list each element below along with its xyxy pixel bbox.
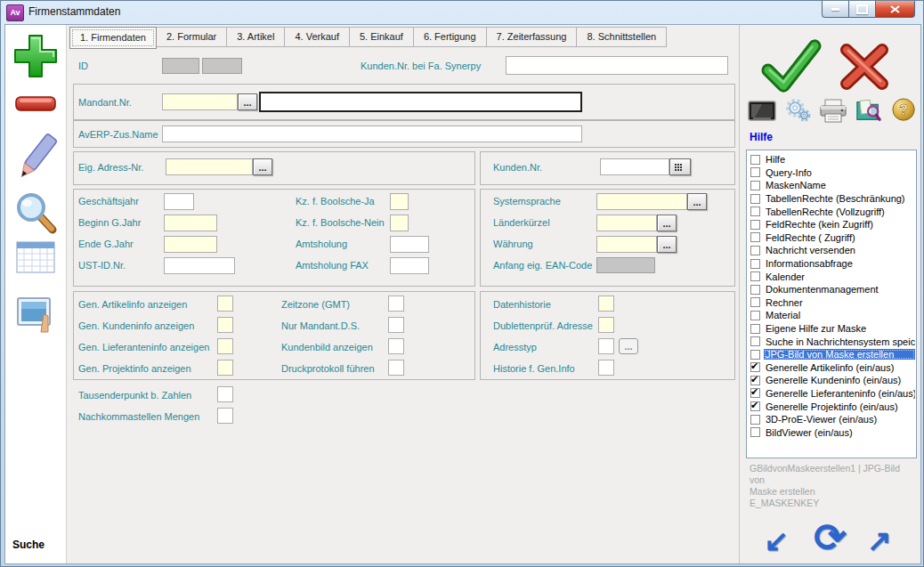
list-item-query-info[interactable]: Query-Info (749, 166, 915, 180)
eig-adress-nr-lookup-button[interactable]: ... (253, 158, 272, 175)
cancel-x-icon[interactable] (837, 41, 892, 93)
checkbox[interactable] (750, 285, 760, 295)
list-item-generelle-projektinfo[interactable]: Generelle Projektinfo (ein/aus) (749, 400, 915, 413)
delete-icon[interactable] (14, 94, 57, 114)
list-item-tabellenrechte-vollzugriff[interactable]: TabellenRechte (Vollzugriff) (749, 205, 915, 218)
list-item-dokumentenmanagement[interactable]: Dokumentenmanagement (749, 283, 915, 296)
tab-zeiterfassung[interactable]: 7. Zeiterfassung (487, 27, 578, 47)
amtsholung-fax-field[interactable] (390, 257, 429, 274)
kunden-nr-field[interactable] (600, 158, 669, 175)
screen-icon[interactable] (748, 100, 776, 125)
nur-mandant-ds-field[interactable] (388, 317, 404, 333)
edit-pencil-icon[interactable] (12, 130, 61, 185)
undo-arrow-icon[interactable]: ↙ (764, 523, 789, 558)
beginn-gjahr-field[interactable] (164, 215, 217, 231)
list-item-3d-proe-viewer[interactable]: 3D-ProE-Viewer (ein/aus) (749, 413, 915, 426)
adresstyp-lookup-button[interactable]: ... (619, 338, 638, 354)
gen-artikelinfo-field[interactable] (217, 296, 233, 312)
checkbox[interactable] (750, 376, 760, 385)
zeitzone-field[interactable] (388, 296, 404, 312)
list-item-kalender[interactable]: Kalender (749, 270, 915, 283)
systemsprache-lookup-button[interactable]: ... (687, 193, 707, 210)
checkbox[interactable] (750, 427, 760, 437)
kunden-nr-grid-button[interactable] (669, 158, 691, 175)
checkbox[interactable] (750, 311, 760, 320)
mandant-name-field[interactable] (259, 92, 582, 112)
list-item-generelle-lieferanteninfo[interactable]: Generelle Lieferanteninfo (ein/aus) (749, 387, 915, 401)
tab-schnittstellen[interactable]: 8. Schnittstellen (577, 27, 667, 47)
kz-boolsche-nein-field[interactable] (390, 215, 409, 231)
nachkommastellen-field[interactable] (217, 408, 233, 424)
checkbox[interactable] (750, 259, 760, 269)
checkbox[interactable] (750, 415, 760, 425)
tab-artikel[interactable]: 3. Artikel (227, 27, 285, 47)
minimize-button[interactable] (822, 1, 849, 18)
list-item-eigene-hilfe[interactable]: Eigene Hilfe zur Maske (749, 322, 915, 336)
list-item-bildviewer[interactable]: BildViewer (ein/aus) (749, 425, 915, 439)
help-icon[interactable]: ? (890, 98, 919, 123)
tab-firmendaten[interactable]: 1. Firmendaten (69, 27, 157, 49)
maximize-button[interactable] (849, 1, 875, 18)
list-item-maskenname[interactable]: MaskenName (749, 179, 915, 192)
checkbox[interactable] (750, 194, 760, 204)
checkbox[interactable] (750, 350, 760, 360)
list-item-material[interactable]: Material (749, 309, 915, 322)
laenderkuerzel-field[interactable] (596, 215, 657, 231)
ok-check-icon[interactable] (759, 37, 822, 96)
systemsprache-field[interactable] (596, 193, 687, 210)
tab-verkauf[interactable]: 4. Verkauf (285, 27, 350, 47)
list-item-generelle-kundeninfo[interactable]: Generelle Kundeninfo (ein/aus) (749, 374, 915, 387)
checkbox[interactable] (750, 336, 760, 346)
checkbox[interactable] (750, 401, 760, 411)
mandant-nr-lookup-button[interactable]: ... (238, 93, 257, 110)
checkbox[interactable] (750, 167, 760, 177)
checkbox[interactable] (750, 207, 760, 216)
mandant-nr-field[interactable] (162, 93, 238, 110)
kundenbild-field[interactable] (388, 338, 404, 354)
redo-arrow-icon[interactable]: ↗ (867, 523, 892, 558)
list-item-hilfe[interactable]: Hilfe (749, 153, 915, 166)
gen-projektinfo-field[interactable] (217, 360, 233, 376)
tausenderpunkt-field[interactable] (217, 386, 233, 402)
refresh-arrow-icon[interactable]: ⟳ (814, 514, 847, 560)
averp-zus-name-field[interactable] (162, 126, 582, 142)
settings-gears-icon[interactable] (783, 98, 812, 123)
checkbox[interactable] (750, 246, 760, 255)
tab-einkauf[interactable]: 5. Einkauf (350, 27, 414, 47)
table-icon[interactable] (16, 241, 55, 275)
checkbox[interactable] (750, 271, 760, 281)
dublettenpruef-field[interactable] (598, 317, 614, 333)
checkbox[interactable] (750, 155, 760, 165)
checkbox[interactable] (750, 324, 760, 334)
checkbox[interactable] (750, 232, 760, 242)
list-item-informationsabfrage[interactable]: Informationsabfrage (749, 257, 915, 271)
geschaeftsjahr-field[interactable] (164, 193, 194, 210)
amtsholung-field[interactable] (390, 236, 429, 253)
gen-kundeninfo-field[interactable] (217, 317, 233, 333)
checkbox[interactable] (750, 388, 760, 398)
laenderkuerzel-lookup-button[interactable]: ... (657, 215, 677, 231)
tab-fertigung[interactable]: 6. Fertigung (414, 27, 487, 47)
checkbox[interactable] (750, 181, 760, 190)
checkbox[interactable] (750, 362, 760, 372)
list-item-feldrechte-zugriff[interactable]: FeldRechte ( Zugriff) (749, 231, 915, 245)
print-icon[interactable] (819, 99, 847, 124)
eig-adress-nr-field[interactable] (166, 158, 253, 175)
checkbox[interactable] (750, 220, 760, 230)
waehrung-lookup-button[interactable]: ... (657, 236, 677, 253)
search-documents-icon[interactable] (855, 98, 883, 123)
list-item-suche-nachrichtensystem[interactable]: Suche in Nachrichtensystem speichern (749, 335, 915, 348)
gen-lieferanteninfo-field[interactable] (217, 338, 233, 354)
search-icon[interactable] (13, 190, 60, 235)
historie-gen-info-field[interactable] (598, 360, 614, 376)
kz-boolsche-ja-field[interactable] (390, 193, 409, 210)
list-item-generelle-artikelinfo[interactable]: Generelle Artikelinfo (ein/aus) (749, 361, 915, 375)
waehrung-field[interactable] (596, 236, 657, 253)
druckprotokoll-field[interactable] (388, 360, 404, 376)
checkbox[interactable] (750, 297, 760, 307)
ende-gjahr-field[interactable] (164, 236, 217, 253)
list-item-feldrechte-kein-zugriff[interactable]: FeldRechte (kein Zugriff) (749, 218, 915, 231)
datenhistorie-field[interactable] (598, 296, 614, 312)
monitor-touch-icon[interactable] (16, 296, 57, 334)
list-item-jpg-bild-von-maske[interactable]: JPG-Bild von Maske erstellen (749, 348, 915, 361)
